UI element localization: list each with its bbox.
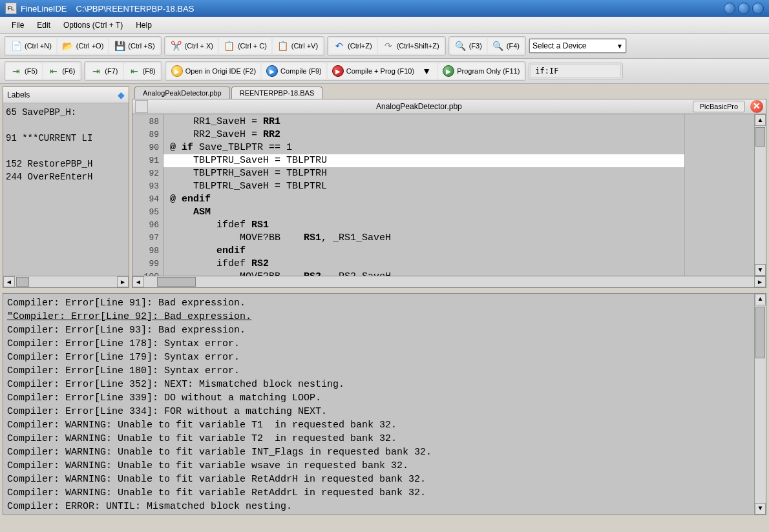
device-select-value: Select a Device: [532, 41, 586, 50]
sidebar-label-line[interactable]: [6, 145, 126, 158]
redo-button[interactable]: ↷(Ctrl+Shift+Z): [378, 38, 444, 54]
scroll-up-button[interactable]: ▲: [755, 114, 766, 126]
code-line[interactable]: @ if Save_TBLPTR == 1: [163, 141, 684, 154]
sidebar-header[interactable]: Labels ◆: [3, 87, 129, 103]
compile-prog-button[interactable]: ▶Compile + Prog (F10)▼: [328, 63, 437, 79]
output-line[interactable]: Compiler: Error[Line 178]: Syntax error.: [7, 337, 762, 351]
editor-header-left-button[interactable]: [135, 100, 148, 113]
output-line[interactable]: Compiler: WARNING: Unable to fit variabl…: [7, 445, 762, 459]
sidebar-label-line[interactable]: [6, 119, 126, 132]
outdent2-icon: ⇤: [129, 65, 140, 77]
output-line[interactable]: Compiler: Error[Line 91]: Bad expression…: [7, 296, 762, 310]
hscroll-thumb[interactable]: [157, 277, 196, 287]
output-line[interactable]: Compiler: Error[Line 352]: NEXT: Mismatc…: [7, 378, 762, 391]
find-button[interactable]: 🔍(F3): [450, 38, 487, 54]
code-line[interactable]: RR1_SaveH = RR1: [163, 116, 684, 128]
vscroll-thumb[interactable]: [755, 127, 765, 147]
maximize-button[interactable]: [738, 3, 750, 14]
output-line[interactable]: Compiler: Error[Line 93]: Bad expression…: [7, 323, 762, 337]
minimize-button[interactable]: [724, 3, 735, 14]
scroll-down-button[interactable]: ▼: [755, 503, 766, 515]
code-line[interactable]: ifdef RS2: [163, 258, 684, 271]
save-button[interactable]: 💾(Ctrl +S): [109, 38, 159, 54]
scroll-left-button[interactable]: ◄: [3, 276, 15, 287]
close-editor-button[interactable]: ✕: [750, 100, 763, 113]
code-line[interactable]: MOVE?BB RS1, _RS1_SaveH: [163, 232, 684, 245]
code-content[interactable]: RR1_SaveH = RR1 RR2_SaveH = RR2@ if Save…: [163, 114, 684, 276]
output-line[interactable]: Compiler: WARNING: Unable to fit variabl…: [7, 459, 762, 473]
scroll-left-button[interactable]: ◄: [132, 276, 144, 287]
indent-right-f5-button[interactable]: ⇥(F5): [6, 63, 42, 79]
sidebar-label-line[interactable]: 244 OverReEnterH: [6, 170, 126, 183]
output-vscroll-thumb[interactable]: [755, 307, 765, 358]
line-number: 90: [134, 141, 159, 154]
scroll-thumb[interactable]: [16, 277, 29, 287]
code-line[interactable]: ifdef RS1: [163, 219, 684, 232]
output-line[interactable]: Compiler: WARNING: Unable to fit variabl…: [7, 473, 762, 486]
sidebar-labels-list[interactable]: 65 SavePBP_H: 91 ***CURRENT LI 152 Resto…: [3, 103, 129, 276]
code-line[interactable]: RR2_SaveH = RR2: [163, 128, 684, 141]
output-line[interactable]: Compiler: Error[Line 334]: FOR without a…: [7, 405, 762, 418]
tab-reenterpbp-18-bas[interactable]: REENTERPBP-18.BAS: [231, 87, 323, 99]
language-button[interactable]: PicBasicPro: [693, 101, 745, 112]
outdent-f7-button[interactable]: ⇥(F7): [86, 63, 122, 79]
sidebar-hscrollbar[interactable]: ◄ ►: [3, 276, 129, 287]
code-editor[interactable]: 888990919293949596979899100 RR1_SaveH = …: [132, 114, 766, 276]
undo-button[interactable]: ↶(Ctrl+Z): [329, 38, 377, 54]
editor-filename: AnalogPeakDetector.pbp: [148, 102, 690, 111]
output-line[interactable]: "Compiler: Error[Line 92]: Bad expressio…: [7, 310, 762, 323]
line-number: 97: [134, 232, 159, 245]
menu-file[interactable]: File: [5, 18, 30, 32]
close-window-button[interactable]: [752, 3, 764, 14]
sidebar-label-line[interactable]: 91 ***CURRENT LI: [6, 132, 126, 145]
outdent-f8-button[interactable]: ⇤(F8): [124, 63, 160, 79]
editor-tabs: AnalogPeakDetector.pbpREENTERPBP-18.BAS: [132, 87, 766, 99]
cut-button[interactable]: ✂️(Ctrl + X): [166, 38, 218, 54]
code-line[interactable]: TBLPTRU_SaveH = TBLPTRU: [163, 154, 684, 167]
open-origi-ide-button[interactable]: ▶Open in Origi IDE (F2): [167, 63, 260, 79]
code-line[interactable]: TBLPTRH_SaveH = TBLPTRH: [163, 167, 684, 180]
menu-options[interactable]: Options (Ctrl + T): [57, 18, 129, 32]
editor-vscrollbar[interactable]: ▲ ▼: [754, 114, 766, 276]
scroll-up-button[interactable]: ▲: [755, 294, 766, 305]
menu-help[interactable]: Help: [129, 18, 158, 32]
line-number: 92: [134, 167, 159, 180]
scroll-right-button[interactable]: ►: [754, 276, 766, 287]
scroll-right-button[interactable]: ►: [117, 276, 129, 287]
code-line[interactable]: MOVE?BB RS2, RS2 SaveH: [163, 271, 684, 276]
code-line[interactable]: TBLPTRL_SaveH = TBLPTRL: [163, 180, 684, 193]
sidebar-label-line[interactable]: 65 SavePBP_H:: [6, 106, 126, 119]
copy-button[interactable]: 📋(Ctrl + C): [219, 38, 271, 54]
paste-button[interactable]: 📋(Ctrl +V): [273, 38, 322, 54]
line-number: 96: [134, 219, 159, 232]
compiler-output-panel[interactable]: Compiler: Error[Line 91]: Bad expression…: [3, 293, 766, 515]
compile-button[interactable]: ▶Compile (F9): [262, 63, 326, 79]
indent-left-f6-button[interactable]: ⇤(F6): [43, 63, 79, 79]
new-button[interactable]: 📄(Ctrl +N): [6, 38, 56, 54]
code-line[interactable]: endif: [163, 245, 684, 258]
output-line[interactable]: Compiler: Error[Line 180]: Syntax error.: [7, 364, 762, 378]
editor-area: AnalogPeakDetector.pbpREENTERPBP-18.BAS …: [132, 87, 766, 288]
open-button[interactable]: 📂(Ctrl +O): [58, 38, 108, 54]
output-line[interactable]: Compiler: Error[Line 179]: Syntax error.: [7, 351, 762, 364]
program-only-button[interactable]: ▶Program Only (F11): [438, 63, 524, 79]
sidebar-label-line[interactable]: 152 RestorePBP_H: [6, 158, 126, 170]
scroll-down-button[interactable]: ▼: [755, 264, 766, 276]
right-margin: [684, 114, 754, 276]
replace-button[interactable]: 🔍(F4): [488, 38, 524, 54]
editor-hscrollbar[interactable]: ◄ ►: [132, 276, 766, 288]
output-vscrollbar[interactable]: ▲ ▼: [754, 294, 766, 515]
code-line[interactable]: ASM: [163, 206, 684, 219]
code-line[interactable]: @ endif: [163, 193, 684, 206]
output-line[interactable]: Compiler: Error[Line 339]: DO without a …: [7, 391, 762, 405]
output-line[interactable]: Compiler: WARNING: Unable to fit variabl…: [7, 418, 762, 432]
diamond-icon: ◆: [118, 90, 125, 100]
device-select[interactable]: Select a Device ▼: [529, 39, 626, 53]
output-line[interactable]: Compiler: WARNING: Unable to fit variabl…: [7, 432, 762, 445]
dropdown-arrow-icon[interactable]: ▼: [421, 65, 432, 77]
output-line[interactable]: Compiler: ERROR: UNTIL: Mismatched block…: [7, 500, 762, 513]
tab-analogpeakdetector-pbp[interactable]: AnalogPeakDetector.pbp: [134, 87, 230, 99]
titlebar: FL FineLineIDE C:\PBP\REENTERPBP-18.BAS: [0, 0, 769, 17]
menu-edit[interactable]: Edit: [30, 18, 57, 32]
output-line[interactable]: Compiler: WARNING: Unable to fit variabl…: [7, 486, 762, 500]
